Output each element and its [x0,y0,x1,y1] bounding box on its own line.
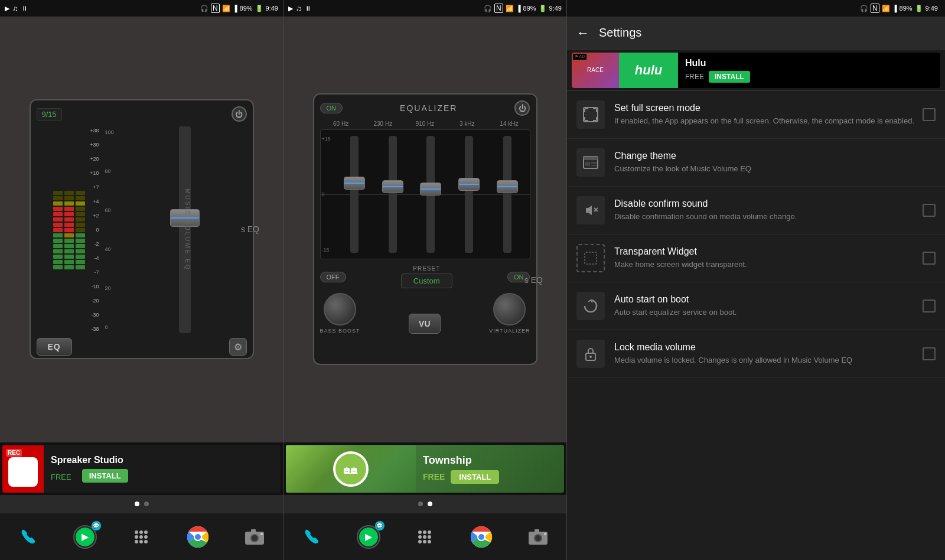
nav-camera-2[interactable] [523,522,553,552]
music-icon-2: ♫ [296,4,302,13]
lock-checkbox[interactable] [923,347,936,360]
signal-icon-3: ▐ [892,5,897,12]
wifi-icon-3: 📶 [882,5,890,12]
svg-point-21 [423,535,426,539]
time-3: 9:49 [926,5,938,12]
fullscreen-checkbox[interactable] [923,108,936,121]
autostart-title: Auto start on boot [614,294,915,305]
eq2-track-1[interactable] [350,136,359,253]
signal-icon-2: ▐ [516,5,521,12]
nav-chrome-1[interactable] [183,522,213,552]
eq-button[interactable]: EQ [37,338,72,356]
lock-icon [576,340,605,368]
eq2-bottom: OFF PRESET Custom ON BASS BOOST VU [320,265,530,334]
panel-3: 🎧 N 📶 ▐ 89% 🔋 9:49 ← Settings ⚑ AD RACE … [567,0,945,560]
nav-phone-2[interactable] [297,522,327,552]
transparent-desc: Make home screen widget transparent. [614,259,915,270]
sound-checkbox[interactable] [923,204,936,217]
svg-point-0 [135,530,138,534]
autostart-checkbox[interactable] [923,299,936,312]
settings-item-autostart[interactable]: Auto start on boot Auto start equalizer … [567,282,945,330]
eq2-thumb-line-2 [383,186,403,187]
svg-point-5 [144,535,148,539]
eq2-thumb-3[interactable] [420,183,441,196]
nav-grid-1[interactable] [126,522,156,552]
eq2-power-button[interactable]: ⏻ [514,100,530,116]
settings-item-transparent[interactable]: Transparent Widget Make home screen widg… [567,235,945,282]
dot-2-1[interactable] [418,502,423,506]
hulu-free-label: FREE [685,73,704,81]
eq2-header: ON EQUALIZER ⏻ [320,100,530,116]
nfc-icon-2: N [494,4,503,13]
svg-point-20 [418,535,422,539]
bass-boost-section: BASS BOOST [320,293,360,334]
nav-camera-1[interactable] [240,522,269,552]
nav-chrome-2[interactable] [467,522,496,552]
bass-boost-knob[interactable] [324,293,356,325]
eq2-thumb-4[interactable] [458,178,480,191]
battery-text-1: 89% [240,5,253,12]
svg-rect-37 [585,162,590,166]
ad-install-button-1[interactable]: INSTALL [82,469,128,483]
dot-2[interactable] [144,502,149,506]
nav-video-1[interactable]: ▶ 💬 [70,522,100,552]
eq2-slider-1 [343,136,366,253]
settings-item-sound[interactable]: Disable confirm sound Disable confirmati… [567,187,945,235]
settings-item-theme[interactable]: Change theme Customize the look of Music… [567,139,945,187]
virtualizer-knob[interactable] [493,293,526,325]
eq-power-button[interactable]: ⏻ [232,106,247,122]
eq2-thumb-5[interactable] [497,180,518,193]
vu-bar-col-1 [53,126,63,333]
play-icon: ▶ [5,5,9,12]
nav-grid-2[interactable] [410,522,439,552]
eq2-db-labels: +15 0 -15 [322,130,331,259]
db-plus15: +15 [322,136,331,142]
eq2-thumb-line-4 [459,184,479,185]
settings-list: Set full screen mode If enabled, the App… [567,91,945,560]
dot-2-active[interactable] [428,502,432,506]
play-icon-2: ▶ [288,5,293,12]
eq2-preset-value[interactable]: Custom [401,274,452,288]
music-icon: ♫ [12,4,18,13]
eq2-thumb-1[interactable] [344,177,365,190]
dot-active-1[interactable] [135,502,139,506]
nav-video-2[interactable]: ▶ 💬 [354,522,383,552]
freq-230hz: 230 Hz [362,121,404,127]
svg-rect-36 [584,157,598,160]
pause-icon: ⏸ [21,5,28,12]
svg-point-44 [589,356,592,358]
transparent-checkbox[interactable] [923,252,936,265]
eq2-controls-row: OFF PRESET Custom ON [320,265,530,288]
freq-3khz: 3 kHz [446,121,488,127]
settings-item-fullscreen[interactable]: Set full screen mode If enabled, the App… [567,91,945,139]
eq2-on-toggle[interactable]: ON [320,103,343,113]
township-install-button[interactable]: INSTALL [451,470,499,484]
settings-back-button[interactable]: ← [576,25,589,41]
svg-point-11 [195,534,201,540]
rec-badge: REC [6,449,22,457]
vu-bars [53,126,97,333]
hulu-actions: FREE INSTALL [685,71,933,83]
nav-phone-1[interactable] [14,522,43,552]
status-left-1: ▶ ♫ ⏸ [5,4,28,13]
status-bar-2: ▶ ♫ ⏸ 🎧 N 📶 ▐ 89% 🔋 9:49 [284,0,566,17]
eq-settings-button[interactable]: ⚙ [229,338,247,356]
eq2-track-5[interactable] [503,136,511,253]
mute-icon [576,196,605,224]
eq2-track-2[interactable] [389,136,397,253]
eq2-track-4[interactable] [465,136,473,253]
dots-row-1 [0,495,283,513]
theme-title: Change theme [614,151,936,161]
eq2-off-toggle[interactable]: OFF [320,272,346,282]
svg-point-2 [144,530,148,534]
virtualizer-section: VIRTUALIZER [489,293,530,334]
fullscreen-text: Set full screen mode If enabled, the App… [614,103,915,126]
svg-rect-34 [584,108,598,122]
hulu-install-button[interactable]: INSTALL [709,71,750,83]
svg-point-3 [135,535,138,539]
eq2-track-3[interactable] [426,136,435,253]
vu-button[interactable]: VU [409,314,440,334]
db-minus15: -15 [322,247,331,253]
eq2-thumb-2[interactable] [382,180,403,193]
settings-item-lock[interactable]: Lock media volume Media volume is locked… [567,330,945,378]
